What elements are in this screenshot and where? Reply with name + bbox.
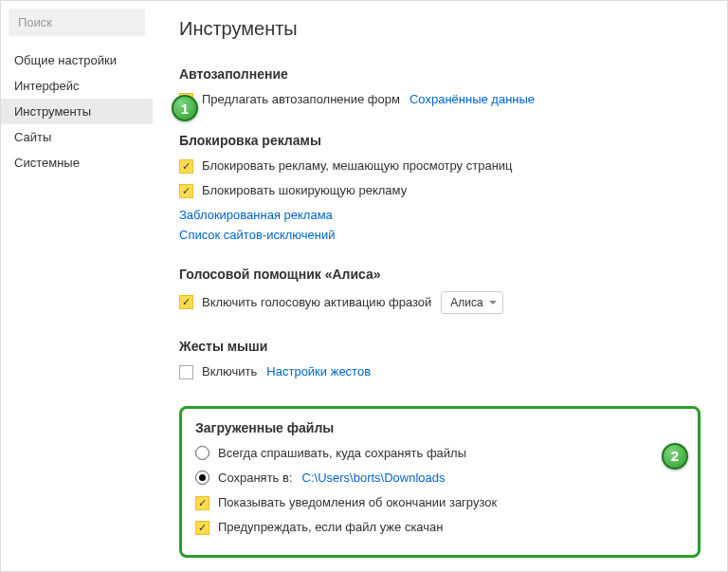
gesture-settings-link[interactable]: Настройки жестов: [266, 363, 371, 380]
section-alisa: Голосовой помощник «Алиса» Включить голо…: [179, 267, 701, 315]
sidebar: Поиск Общие настройки Интерфейс Инструме…: [1, 1, 153, 571]
downloads-notify-row: Показывать уведомления об окончании загр…: [195, 494, 684, 511]
saved-data-link[interactable]: Сохранённые данные: [410, 91, 535, 108]
downloads-saveto-row: Сохранять в: C:\Users\borts\Downloads: [195, 470, 684, 487]
downloads-warn-row: Предупреждать, если файл уже скачан: [195, 519, 684, 536]
sidebar-item-system[interactable]: Системные: [1, 150, 153, 175]
exceptions-link[interactable]: Список сайтов-исключений: [179, 228, 701, 242]
alisa-voice-row: Включить голосовую активацию фразой Алис…: [179, 291, 701, 315]
section-title: Загруженные файлы: [195, 420, 684, 435]
sidebar-item-sites[interactable]: Сайты: [1, 124, 153, 150]
radio-icon[interactable]: [195, 471, 209, 485]
settings-window: Поиск Общие настройки Интерфейс Инструме…: [0, 0, 728, 572]
annotation-badge-1: 1: [172, 95, 198, 121]
section-title: Автозаполнение: [179, 66, 701, 82]
download-path-link[interactable]: C:\Users\borts\Downloads: [302, 470, 446, 487]
option-label: Включить: [202, 363, 257, 380]
section-downloads: 2 Загруженные файлы Всегда спрашивать, к…: [179, 406, 701, 559]
option-label: Предупреждать, если файл уже скачан: [218, 519, 444, 536]
checkbox-icon[interactable]: [179, 159, 193, 174]
downloads-ask-row: Всегда спрашивать, куда сохранять файлы: [195, 445, 684, 462]
blocked-ads-link[interactable]: Заблокированная реклама: [179, 208, 701, 222]
alisa-phrase-select[interactable]: Алиса: [441, 291, 502, 315]
option-label: Всегда спрашивать, куда сохранять файлы: [218, 445, 466, 462]
option-label: Включить голосовую активацию фразой: [202, 294, 431, 311]
sidebar-item-tools[interactable]: Инструменты: [1, 99, 153, 124]
search-input[interactable]: Поиск: [9, 9, 145, 36]
page-title: Инструменты: [179, 18, 701, 40]
option-label: Предлагать автозаполнение форм: [202, 91, 400, 108]
adblock-block-row: Блокировать рекламу, мешающую просмотру …: [179, 157, 701, 175]
section-title: Голосовой помощник «Алиса»: [179, 267, 701, 282]
section-adblock: Блокировка рекламы Блокировать рекламу, …: [179, 133, 701, 241]
sidebar-item-general[interactable]: Общие настройки: [1, 47, 153, 73]
section-gestures: Жесты мыши Включить Настройки жестов: [179, 339, 701, 380]
checkbox-icon[interactable]: [179, 184, 193, 198]
option-label: Блокировать шокирующую рекламу: [202, 182, 407, 199]
checkbox-icon[interactable]: [179, 295, 193, 309]
option-label: Показывать уведомления об окончании загр…: [218, 494, 497, 511]
checkbox-icon[interactable]: [195, 496, 209, 510]
autofill-suggest-row: Предлагать автозаполнение форм Сохранённ…: [179, 91, 701, 108]
gestures-enable-row: Включить Настройки жестов: [179, 363, 701, 380]
option-label: Блокировать рекламу, мешающую просмотру …: [202, 157, 513, 175]
annotation-badge-2: 2: [662, 443, 688, 470]
adblock-shock-row: Блокировать шокирующую рекламу: [179, 182, 701, 199]
checkbox-icon[interactable]: [179, 365, 193, 379]
checkbox-icon[interactable]: [195, 521, 209, 535]
option-label: Сохранять в:: [218, 470, 293, 487]
section-title: Блокировка рекламы: [179, 133, 701, 148]
sidebar-item-interface[interactable]: Интерфейс: [1, 73, 153, 99]
section-title: Жесты мыши: [179, 339, 701, 354]
sidebar-item-tools-wrap: Инструменты 1: [1, 99, 153, 124]
section-autofill: Автозаполнение Предлагать автозаполнение…: [179, 66, 701, 108]
main-content: Инструменты Автозаполнение Предлагать ав…: [153, 1, 727, 571]
radio-icon[interactable]: [195, 446, 209, 460]
